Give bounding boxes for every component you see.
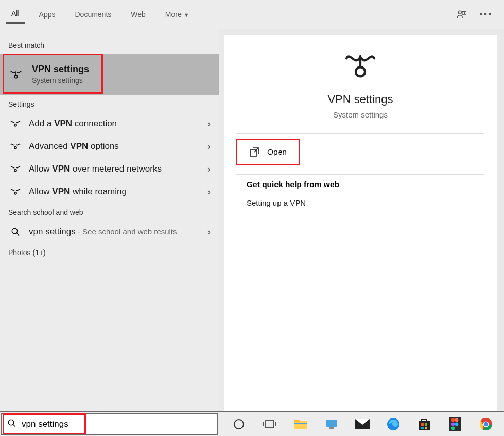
help-link-setup-vpn[interactable]: Setting up a VPN — [247, 198, 474, 207]
chevron-right-icon: › — [207, 187, 211, 197]
section-settings: Settings — [0, 95, 219, 112]
svg-point-26 — [455, 418, 459, 422]
svg-rect-19 — [419, 421, 430, 430]
svg-rect-15 — [326, 420, 337, 427]
settings-item-vpn-metered[interactable]: Allow VPN over metered networks › — [0, 158, 219, 180]
preview-panel: VPN settings System settings Open Get qu… — [224, 35, 497, 411]
svg-point-25 — [451, 418, 455, 422]
svg-point-7 — [356, 67, 365, 76]
svg-rect-16 — [329, 427, 334, 429]
svg-point-5 — [14, 192, 16, 194]
svg-rect-20 — [421, 423, 424, 426]
tabs-row: All Apps Documents Web More▼ ••• — [0, 0, 504, 29]
section-photos: Photos (1+) — [0, 243, 219, 261]
taskbar-search[interactable] — [1, 413, 218, 435]
svg-point-27 — [451, 423, 455, 426]
tab-apps[interactable]: Apps — [34, 6, 61, 23]
section-best-match: Best match — [0, 36, 219, 54]
svg-point-3 — [14, 147, 16, 149]
svg-rect-11 — [266, 421, 274, 428]
help-title: Get quick help from web — [247, 180, 474, 189]
svg-point-32 — [484, 422, 488, 426]
vpn-icon — [8, 68, 24, 81]
search-input[interactable] — [22, 419, 212, 429]
open-button[interactable]: Open — [236, 139, 300, 165]
cortana-icon[interactable] — [231, 416, 247, 432]
mail-icon[interactable] — [354, 416, 371, 432]
search-icon — [7, 418, 16, 430]
svg-point-9 — [8, 420, 14, 425]
vpn-icon — [342, 51, 379, 83]
settings-item-add-vpn[interactable]: Add a VPN connection › — [0, 112, 219, 135]
web-result-item[interactable]: vpn settings - See school and web result… — [0, 221, 219, 243]
edge-icon[interactable] — [385, 416, 402, 432]
svg-rect-22 — [421, 427, 424, 429]
tab-documents[interactable]: Documents — [69, 6, 116, 23]
vpn-icon — [8, 120, 23, 128]
figma-icon[interactable] — [447, 416, 463, 432]
chevron-right-icon: › — [207, 141, 211, 152]
file-explorer-icon[interactable] — [292, 416, 309, 432]
taskbar — [0, 411, 504, 436]
svg-rect-14 — [294, 423, 307, 424]
vpn-icon — [8, 188, 23, 196]
settings-item-vpn-roaming[interactable]: Allow VPN while roaming › — [0, 180, 219, 203]
svg-point-1 — [14, 75, 18, 78]
best-match-title: VPN settings — [32, 64, 89, 75]
results-panel: Best match VPN settings System settings … — [0, 29, 219, 411]
svg-point-28 — [455, 423, 459, 426]
svg-point-10 — [234, 420, 244, 429]
vpn-icon — [8, 165, 23, 173]
svg-point-2 — [14, 124, 16, 126]
section-search-web: Search school and web — [0, 203, 219, 221]
more-options-icon[interactable]: ••• — [479, 8, 493, 21]
preview-subtitle: System settings — [333, 110, 388, 119]
tab-all[interactable]: All — [6, 5, 25, 24]
search-icon — [8, 227, 23, 237]
chevron-right-icon: › — [207, 227, 211, 238]
chrome-icon[interactable] — [478, 416, 494, 432]
feedback-icon[interactable] — [455, 8, 468, 21]
svg-rect-13 — [294, 420, 300, 422]
svg-point-6 — [12, 228, 18, 234]
best-match-item[interactable]: VPN settings System settings — [0, 54, 219, 95]
open-icon — [250, 147, 259, 157]
svg-rect-21 — [425, 423, 427, 426]
chevron-right-icon: › — [207, 119, 211, 129]
vpn-icon — [8, 142, 23, 150]
tab-web[interactable]: Web — [126, 6, 151, 23]
svg-rect-12 — [294, 421, 307, 429]
store-icon[interactable] — [416, 416, 432, 432]
task-view-icon[interactable] — [262, 416, 278, 432]
svg-point-4 — [14, 170, 16, 172]
app-icon[interactable] — [323, 416, 340, 432]
chevron-right-icon: › — [207, 164, 211, 175]
svg-point-0 — [458, 11, 461, 14]
best-match-subtitle: System settings — [32, 76, 89, 85]
open-label: Open — [267, 147, 287, 157]
settings-item-advanced-vpn[interactable]: Advanced VPN options › — [0, 135, 219, 158]
svg-rect-23 — [425, 427, 427, 429]
svg-point-29 — [451, 427, 455, 430]
preview-title: VPN settings — [327, 93, 393, 106]
tab-more[interactable]: More▼ — [160, 6, 195, 23]
